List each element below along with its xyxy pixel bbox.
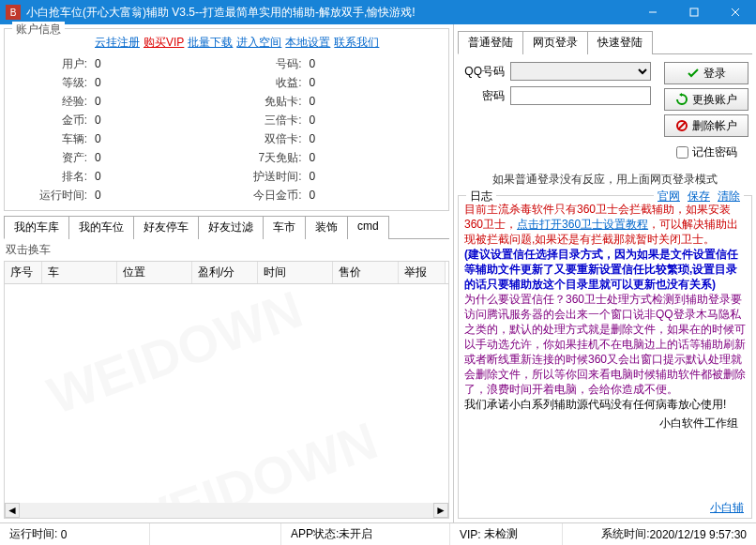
col-5[interactable]: 售价 — [333, 262, 399, 283]
tab-1[interactable]: 我的车位 — [68, 216, 134, 239]
col-0[interactable]: 序号 — [5, 262, 42, 283]
tab-5[interactable]: 装饰 — [305, 216, 348, 239]
main-tabs: 我的车库我的车位好友停车好友过滤车市装饰cmd — [4, 215, 449, 239]
col-1[interactable]: 车 — [42, 262, 117, 283]
remember-checkbox[interactable] — [676, 146, 688, 159]
tutorial-link[interactable]: 点击打开360卫士设置教程 — [517, 218, 648, 231]
login-tabs: 普通登陆网页登录快速登陆 — [458, 30, 752, 54]
clear-log-link[interactable]: 清除 — [718, 189, 740, 204]
statusbar: 运行时间: 0 APP状态:未开启 VIP: 未检测 系统时间:2020/12/… — [0, 522, 756, 545]
stat-row: 收益:0 — [227, 73, 442, 92]
stat-row: 免贴卡:0 — [227, 92, 442, 111]
svg-rect-1 — [690, 8, 698, 16]
col-6[interactable]: 举报 — [399, 262, 446, 283]
login-button[interactable]: 登录 — [664, 62, 748, 84]
horizontal-scrollbar[interactable]: ◄ ► — [5, 503, 448, 518]
stat-row: 排名:0 — [12, 167, 227, 186]
status-systime: 2020/12/19 9:57:30 — [650, 528, 747, 541]
tab-2[interactable]: 好友停车 — [133, 216, 199, 239]
minimize-button[interactable] — [632, 0, 673, 24]
contact-link[interactable]: 联系我们 — [334, 35, 379, 51]
scroll-right-icon[interactable]: ► — [433, 503, 448, 518]
maximize-button[interactable] — [673, 0, 715, 24]
stat-row: 金币:0 — [12, 111, 227, 129]
remember-label: 记住密码 — [692, 144, 737, 160]
enter-space-link[interactable]: 进入空间 — [236, 35, 281, 51]
log-legend: 日志 — [466, 189, 496, 204]
buy-vip-link[interactable]: 购买VIP — [144, 35, 184, 51]
register-link[interactable]: 云挂注册 — [95, 35, 140, 51]
stat-row: 双倍卡:0 — [227, 129, 442, 148]
qq-select[interactable] — [510, 62, 651, 81]
password-input[interactable] — [510, 86, 651, 105]
batch-download-link[interactable]: 批量下载 — [188, 35, 233, 51]
stat-row: 运行时间:0 — [12, 186, 227, 204]
status-vip: 未检测 — [484, 526, 518, 542]
forbidden-icon — [675, 119, 688, 132]
stat-row: 7天免贴:0 — [227, 148, 442, 167]
xiaobai-link[interactable]: 小白辅 — [710, 501, 744, 514]
log-body: 目前主流杀毒软件只有360卫士会拦截辅助，如果安装360卫士，点击打开360卫士… — [459, 196, 751, 498]
login-tab-0[interactable]: 普通登陆 — [458, 31, 523, 54]
stat-row: 号码:0 — [227, 54, 442, 73]
tab-0[interactable]: 我的车库 — [4, 216, 69, 239]
stat-row: 经验:0 — [12, 92, 227, 111]
stat-row: 资产:0 — [12, 148, 227, 167]
log-group: 日志 官网 保存 清除 目前主流杀毒软件只有360卫士会拦截辅助，如果安装360… — [458, 195, 752, 519]
dblclick-hint: 双击换车 — [0, 239, 453, 261]
tab-6[interactable]: cmd — [347, 216, 389, 239]
check-icon — [687, 67, 700, 80]
titlebar: B 小白抢车位(开心大富翁)辅助 V3.5--打造最简单实用的辅助-解放双手,愉… — [0, 0, 756, 24]
local-config-link[interactable]: 本地设置 — [285, 35, 330, 51]
stat-row: 用户:0 — [12, 54, 227, 73]
tab-3[interactable]: 好友过滤 — [198, 216, 264, 239]
login-tab-2[interactable]: 快速登陆 — [587, 31, 653, 54]
scroll-left-icon[interactable]: ◄ — [5, 503, 20, 518]
col-4[interactable]: 时间 — [258, 262, 333, 283]
tab-4[interactable]: 车市 — [263, 216, 306, 239]
password-label: 密码 — [461, 88, 510, 104]
stat-row: 护送时间:0 — [227, 167, 442, 186]
stat-row: 等级:0 — [12, 73, 227, 92]
window-title: 小白抢车位(开心大富翁)辅助 V3.5--打造最简单实用的辅助-解放双手,愉快游… — [26, 5, 632, 21]
app-icon: B — [6, 5, 21, 20]
stat-row: 三倍卡:0 — [227, 111, 442, 129]
save-log-link[interactable]: 保存 — [688, 189, 710, 204]
official-site-link[interactable]: 官网 — [658, 189, 680, 204]
refresh-icon — [675, 93, 688, 106]
status-app: 未开启 — [339, 526, 372, 542]
stat-row: 今日金币:0 — [227, 186, 442, 204]
status-runtime: 0 — [61, 528, 68, 541]
qq-label: QQ号码 — [461, 64, 510, 80]
col-3[interactable]: 盈利/分 — [192, 262, 258, 283]
switch-account-button[interactable]: 更换账户 — [664, 88, 748, 111]
close-button[interactable] — [715, 0, 756, 24]
table-header: 序号车位置盈利/分时间售价举报 — [4, 261, 449, 284]
account-info-group: 账户信息 云挂注册 购买VIP 批量下载 进入空间 本地设置 联系我们 用户:0… — [4, 28, 449, 211]
log-signature: 小白软件工作组 — [464, 412, 746, 434]
table-body: WEIDOWN WEIDOWN ◄ ► — [4, 284, 449, 519]
account-legend: 账户信息 — [12, 22, 65, 38]
delete-account-button[interactable]: 删除帐户 — [664, 114, 748, 137]
stat-row: 车辆:0 — [12, 129, 227, 148]
col-2[interactable]: 位置 — [117, 262, 192, 283]
login-tab-1[interactable]: 网页登录 — [522, 31, 588, 54]
svg-line-5 — [678, 122, 686, 129]
